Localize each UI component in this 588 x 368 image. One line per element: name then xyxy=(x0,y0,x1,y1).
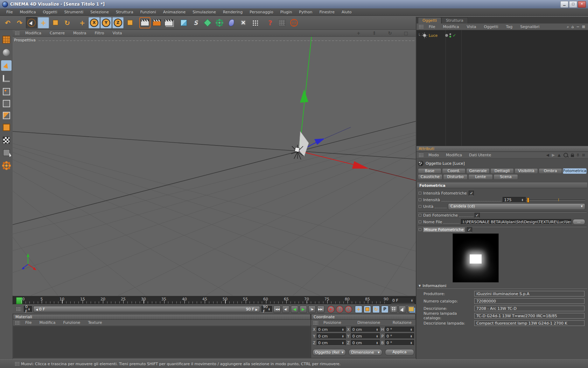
vp-menu-modifica[interactable]: Modifica xyxy=(21,31,46,35)
viewport-pan-icon[interactable]: + xyxy=(352,30,365,36)
mat-menu-file[interactable]: File xyxy=(21,320,35,325)
visibility-dots-icon[interactable] xyxy=(449,33,451,38)
keyframe-selection-icon[interactable]: ? xyxy=(345,306,352,313)
panel-grip-icon[interactable] xyxy=(16,307,21,311)
om-menu-tag[interactable]: Tag xyxy=(502,25,517,29)
anim-dot-icon[interactable] xyxy=(419,228,421,231)
enabled-check-icon[interactable]: ✓ xyxy=(453,33,456,38)
menu-funzioni[interactable]: Funzioni xyxy=(137,10,160,14)
add-particles-icon[interactable] xyxy=(250,17,261,28)
preview-range-slider[interactable]: ◀ 0 F 90 F ▶ xyxy=(33,306,260,312)
slider-handle[interactable] xyxy=(527,198,529,203)
intensita-fotometriche-checkbox[interactable]: ✓ xyxy=(469,191,474,196)
add-cube-icon[interactable] xyxy=(178,17,189,28)
menu-struttura[interactable]: Struttura xyxy=(112,10,137,14)
lock-z-axis-icon[interactable]: Z xyxy=(112,17,124,28)
browse-file-button[interactable]: ... xyxy=(573,219,585,225)
layer-dot-icon[interactable] xyxy=(445,34,448,37)
last-tool-icon[interactable]: + xyxy=(77,17,88,28)
coord-mode-dropdown[interactable]: Oggetto (Rel▼ xyxy=(313,349,346,356)
record-keyframe-icon[interactable]: ● xyxy=(327,306,335,313)
tab-fotometrica[interactable]: Fotometrica xyxy=(563,168,587,174)
informazioni-header[interactable]: ▼ Informazioni xyxy=(417,283,587,289)
anim-dot-icon[interactable] xyxy=(419,220,421,223)
object-list[interactable]: └ Luce ✓ xyxy=(416,30,588,150)
menu-python[interactable]: Python xyxy=(295,10,316,14)
panel-grip-icon[interactable] xyxy=(419,25,424,29)
add-environment-icon[interactable]: ✕ xyxy=(238,17,249,28)
menu-modifica[interactable]: Modifica xyxy=(16,10,39,14)
rotate-tool-icon[interactable]: ↻ xyxy=(62,17,73,28)
search-icon[interactable]: ⌕ xyxy=(567,25,569,29)
current-frame-spinner[interactable]: 0 F ▲▼ xyxy=(24,306,32,312)
anim-dot-icon[interactable] xyxy=(419,205,421,208)
tab-ombra[interactable]: Ombra xyxy=(539,168,562,174)
render-queue-icon[interactable] xyxy=(163,17,174,28)
menu-selezione[interactable]: Selezione xyxy=(87,10,112,14)
key-pla-icon[interactable] xyxy=(390,306,397,313)
viewport-zoom-icon[interactable]: ↕ xyxy=(368,30,380,36)
add-array-icon[interactable] xyxy=(214,17,225,28)
pos-y-field[interactable]: 0 cm▲▼ xyxy=(317,333,346,339)
intensita-slider[interactable] xyxy=(526,197,585,202)
history-list-icon[interactable]: 8 xyxy=(577,153,579,157)
tab-oggetti[interactable]: Oggetti xyxy=(418,17,441,23)
section-fotometrica[interactable]: Fotometrica xyxy=(417,183,587,188)
attributes-title[interactable]: Attributi xyxy=(416,146,588,152)
tab-base[interactable]: Base xyxy=(418,168,441,174)
vp-menu-camere[interactable]: Camere xyxy=(46,31,69,35)
coordinate-system-icon[interactable] xyxy=(124,17,135,28)
tab-generale[interactable]: Generale xyxy=(466,168,490,174)
scale-tool-icon[interactable] xyxy=(50,17,61,28)
dati-fotometriche-checkbox[interactable]: ✓ xyxy=(475,213,480,218)
key-rotation-toggle-icon[interactable]: ↻ xyxy=(372,306,380,313)
previous-key-button[interactable]: ◀( xyxy=(282,306,289,313)
play-backward-button[interactable]: ◀ xyxy=(291,306,298,313)
attr-menu-modifica[interactable]: Modifica xyxy=(442,153,465,157)
om-menu-vista[interactable]: Vista xyxy=(463,25,480,29)
texture-axis-mode-icon[interactable] xyxy=(1,147,12,158)
menu-animazione[interactable]: Animazione xyxy=(160,10,189,14)
materials-title[interactable]: Materiali xyxy=(13,314,310,320)
menu-finestre[interactable]: Finestre xyxy=(316,10,338,14)
help-icon[interactable]: ? xyxy=(265,17,276,28)
om-menu-segnalibri[interactable]: Segnalibri xyxy=(516,25,543,29)
rot-p-field[interactable]: 0 °▲▼ xyxy=(385,333,414,339)
tab-visibilita[interactable]: Visibilità xyxy=(514,168,538,174)
next-key-button[interactable]: )▶ xyxy=(308,306,316,313)
home-icon[interactable]: ⌂ xyxy=(572,25,574,29)
parent-object-icon[interactable]: ▲ xyxy=(558,153,560,157)
snap-settings-icon[interactable] xyxy=(1,160,12,171)
timeline-ruler[interactable]: 0 5 10 15 20 25 30 35 40 45 50 55 60 65 … xyxy=(13,296,416,304)
close-button[interactable]: ✕ xyxy=(578,1,586,8)
materials-list-area[interactable] xyxy=(13,326,310,357)
key-parameter-toggle-icon[interactable]: P xyxy=(381,306,388,313)
point-mode-icon[interactable] xyxy=(1,86,12,97)
intensita-field[interactable]: 175 ▲▼ xyxy=(503,197,526,203)
tab-scena[interactable]: Scena xyxy=(493,174,518,180)
redo-icon[interactable]: ↷ xyxy=(14,17,25,28)
mat-menu-funzione[interactable]: Funzione xyxy=(59,320,84,325)
descrizione-lampada-value[interactable]: Compact fluorescent lamp 13W G24d-1 2700… xyxy=(474,320,584,326)
panel-grip-icon[interactable] xyxy=(15,362,20,366)
key-position-toggle-icon[interactable]: + xyxy=(355,306,362,313)
polygon-mode-icon[interactable] xyxy=(1,110,12,121)
undo-icon[interactable]: ↶ xyxy=(2,17,13,28)
mat-menu-modifica[interactable]: Modifica xyxy=(35,320,59,325)
live-selection-icon[interactable] xyxy=(26,17,37,28)
om-menu-file[interactable]: File xyxy=(425,25,439,29)
add-spline-icon[interactable]: S xyxy=(190,17,201,28)
misure-fotometriche-checkbox[interactable]: ✓ xyxy=(467,227,472,232)
descrizione-value[interactable]: 7208 - Arc 13W TC-D xyxy=(474,306,584,311)
vp-menu-mostra[interactable]: Mostra xyxy=(69,31,91,35)
solo-mode-icon[interactable] xyxy=(399,306,406,313)
axis-edit-mode-icon[interactable] xyxy=(1,73,12,84)
om-menu-modifica[interactable]: Modifica xyxy=(439,25,463,29)
tab-caustiche[interactable]: Caustiche xyxy=(418,174,442,180)
goto-start-button[interactable]: |◀◀ xyxy=(273,306,281,313)
menu-simulazione[interactable]: Simulazione xyxy=(189,10,219,14)
history-forward-icon[interactable]: ▶ xyxy=(552,153,555,157)
model-edit-mode-icon[interactable] xyxy=(1,60,12,71)
vp-menu-filtro[interactable]: Filtro xyxy=(90,31,108,35)
menu-file[interactable]: File xyxy=(3,10,16,14)
